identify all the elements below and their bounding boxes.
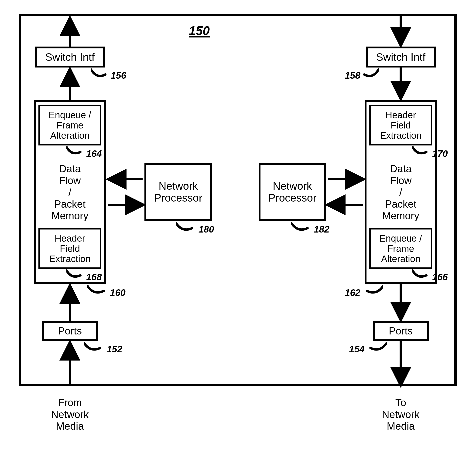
- left-switch-intf-ref: 156: [111, 70, 126, 81]
- left-header-extraction-box: Header Field Extraction: [38, 228, 101, 269]
- right-header-extraction-box: Header Field Extraction: [369, 105, 432, 146]
- right-enqueue-ref: 166: [432, 272, 448, 282]
- left-enqueue-ref: 164: [86, 148, 102, 159]
- right-ports-box: Ports: [373, 321, 429, 341]
- left-ports-ref: 152: [107, 344, 122, 354]
- left-dataflow-ref: 160: [110, 287, 126, 298]
- right-np-ref: 182: [314, 224, 329, 235]
- right-ports-ref: 154: [349, 344, 365, 354]
- right-dataflow-label: Data Flow / Packet Memory: [369, 163, 432, 222]
- right-header-extraction-ref: 170: [432, 148, 448, 159]
- left-ports-box: Ports: [42, 321, 98, 341]
- diagram-title-ref: 150: [189, 23, 210, 38]
- from-network-media-label: From Network Media: [40, 397, 100, 432]
- right-network-processor-box: Network Processor: [259, 163, 326, 221]
- diagram-canvas: 150 Switch Intf 156 Enqueue / Frame Alte…: [0, 0, 476, 452]
- left-dataflow-label: Data Flow / Packet Memory: [38, 163, 101, 222]
- right-enqueue-box: Enqueue / Frame Alteration: [369, 228, 432, 269]
- to-network-media-label: To Network Media: [370, 397, 431, 432]
- left-np-ref: 180: [198, 224, 214, 235]
- left-header-extraction-ref: 168: [86, 272, 102, 282]
- left-switch-intf-box: Switch Intf: [35, 47, 105, 67]
- right-dataflow-ref: 162: [345, 287, 360, 298]
- right-switch-intf-box: Switch Intf: [366, 47, 436, 67]
- right-switch-intf-ref: 158: [345, 70, 360, 81]
- left-enqueue-box: Enqueue / Frame Alteration: [38, 105, 101, 146]
- left-network-processor-box: Network Processor: [144, 163, 212, 221]
